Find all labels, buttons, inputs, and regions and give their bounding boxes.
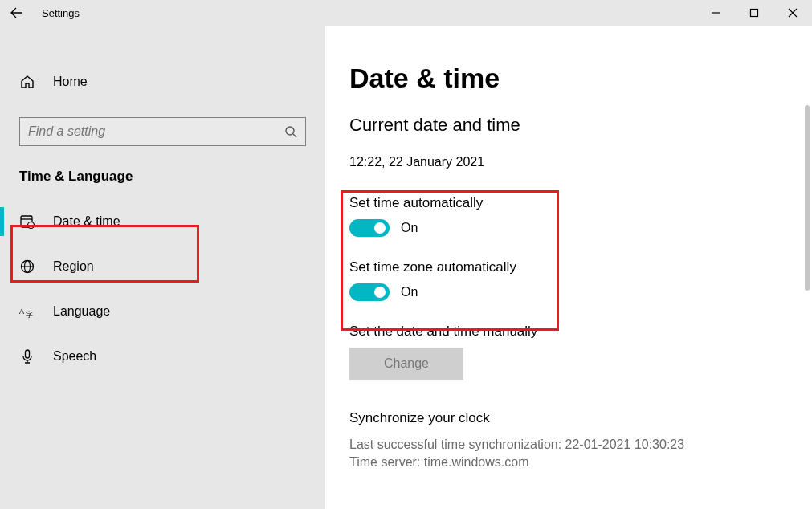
app-title: Settings — [42, 7, 80, 19]
page-title: Date & time — [349, 63, 812, 94]
current-datetime-value: 12:22, 22 January 2021 — [349, 155, 812, 169]
set-time-auto-label: Set time automatically — [349, 195, 812, 211]
back-button[interactable] — [0, 0, 34, 26]
sync-clock-heading: Synchronize your clock — [349, 410, 812, 426]
microphone-icon — [19, 348, 35, 364]
set-tz-auto-state: On — [401, 285, 418, 299]
maximize-icon — [749, 8, 759, 18]
svg-text:字: 字 — [26, 311, 33, 319]
nav-item-date-time[interactable]: Date & time — [0, 199, 325, 244]
close-icon — [788, 8, 798, 18]
scrollbar[interactable] — [805, 105, 810, 291]
title-bar: Settings — [0, 0, 812, 26]
nav-group-header: Time & Language — [19, 169, 306, 185]
manual-set-label: Set the date and time manually — [349, 324, 812, 340]
nav-item-speech[interactable]: Speech — [0, 334, 325, 379]
search-box[interactable] — [19, 117, 306, 146]
home-label: Home — [53, 75, 88, 89]
nav-label: Speech — [53, 349, 96, 364]
nav-item-language[interactable]: A字 Language — [0, 289, 325, 334]
main-content: Date & time Current date and time 12:22,… — [325, 26, 812, 509]
nav-label: Region — [53, 259, 94, 274]
svg-rect-12 — [26, 350, 30, 358]
current-datetime-heading: Current date and time — [349, 115, 812, 136]
search-input[interactable] — [28, 124, 284, 139]
set-time-auto-toggle[interactable] — [349, 219, 390, 237]
home-nav[interactable]: Home — [0, 64, 325, 100]
nav-item-region[interactable]: Region — [0, 244, 325, 289]
svg-rect-1 — [751, 10, 758, 17]
change-button: Change — [349, 348, 463, 380]
globe-icon — [19, 259, 35, 275]
search-icon — [284, 125, 297, 138]
svg-line-3 — [293, 134, 296, 137]
home-icon — [19, 74, 35, 90]
sync-last-line: Last successful time synchronization: 22… — [349, 436, 812, 454]
set-tz-auto-label: Set time zone automatically — [349, 259, 812, 275]
sidebar: Home Time & Language Date & time Region … — [0, 26, 325, 509]
nav-label: Language — [53, 304, 110, 319]
back-arrow-icon — [10, 6, 23, 19]
set-tz-auto-toggle[interactable] — [349, 283, 390, 301]
minimize-button[interactable] — [696, 0, 735, 26]
language-icon: A字 — [19, 303, 35, 320]
calendar-clock-icon — [19, 214, 35, 230]
minimize-icon — [711, 8, 720, 18]
maximize-button[interactable] — [735, 0, 773, 26]
svg-point-2 — [286, 127, 294, 135]
svg-text:A: A — [19, 307, 24, 316]
sync-server-line: Time server: time.windows.com — [349, 454, 812, 471]
set-time-auto-state: On — [401, 221, 418, 235]
close-button[interactable] — [773, 0, 812, 26]
nav-label: Date & time — [53, 214, 120, 229]
